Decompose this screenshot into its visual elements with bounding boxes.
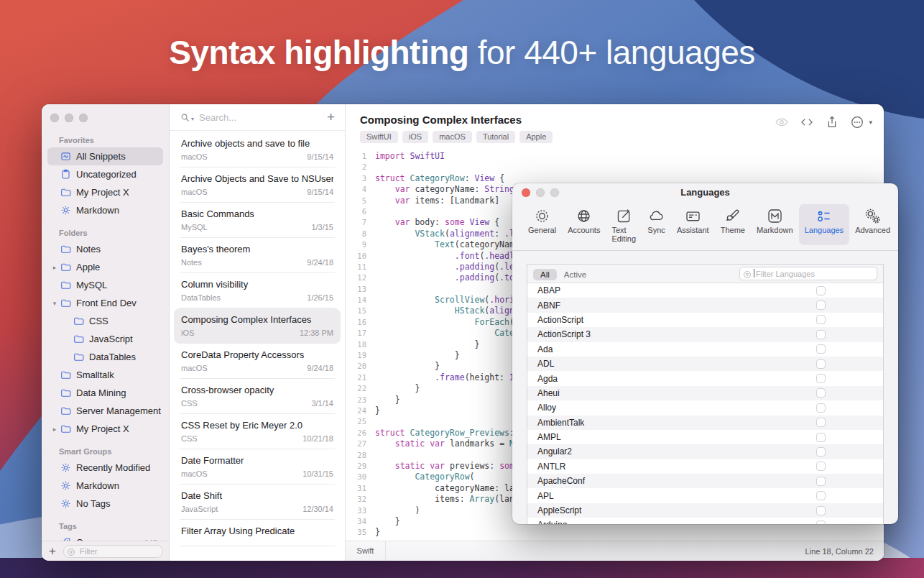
language-checkbox[interactable]	[816, 315, 826, 324]
sidebar-item-smalltalk[interactable]: Smalltalk	[47, 366, 163, 384]
snippet-item-cross-browser-opacity[interactable]: Cross-browser opacityCSS3/1/14	[170, 379, 345, 414]
code-view-icon[interactable]	[800, 115, 814, 129]
language-row-apl[interactable]: APL	[527, 488, 883, 503]
preview-eye-icon[interactable]	[775, 115, 789, 129]
language-checkbox[interactable]	[816, 418, 826, 427]
tag-pill-apple[interactable]: Apple	[519, 131, 553, 143]
language-row-applescript[interactable]: AppleScript	[527, 503, 883, 518]
language-row-antlr[interactable]: ANTLR	[527, 459, 883, 474]
preferences-tab-assistant[interactable]: Assistant	[671, 204, 715, 245]
sidebar-item-front-end-dev[interactable]: ▾Front End Dev	[47, 294, 163, 312]
preferences-tab-text-editing[interactable]: Text Editing	[606, 204, 642, 245]
preferences-tab-general[interactable]: General	[522, 204, 562, 245]
snippet-item-column-visibility[interactable]: Column visibilityDataTables1/26/15	[170, 273, 345, 308]
language-checkbox[interactable]	[816, 506, 826, 515]
sidebar-item-javascript[interactable]: JavaScript	[47, 330, 163, 348]
sidebar-item-markdown[interactable]: Markdown	[47, 477, 163, 495]
language-checkbox[interactable]	[816, 433, 826, 442]
sidebar-item-my-project-x[interactable]: ▸My Project X	[47, 420, 163, 438]
minimize-button[interactable]	[65, 114, 73, 122]
language-checkbox[interactable]	[816, 286, 826, 295]
disclosure-right-icon[interactable]: ▸	[50, 426, 59, 433]
language-row-abap[interactable]: ABAP	[527, 283, 883, 298]
disclosure-right-icon[interactable]: ▸	[50, 264, 59, 271]
sidebar-item-markdown[interactable]: Markdown	[47, 201, 163, 219]
search-input[interactable]	[199, 112, 327, 123]
language-checkbox[interactable]	[816, 462, 826, 471]
language-checkbox[interactable]	[816, 520, 826, 524]
language-row-angular2[interactable]: Angular2	[527, 444, 883, 459]
snippet-item-date-formatter[interactable]: Date FormattermacOS10/31/15	[170, 449, 345, 485]
sidebar-filter-input[interactable]	[63, 545, 163, 558]
language-row-apacheconf[interactable]: ApacheConf	[527, 474, 883, 488]
sidebar-item-data-mining[interactable]: Data Mining	[47, 384, 163, 402]
language-checkbox[interactable]	[816, 403, 826, 413]
preferences-tab-markdown[interactable]: Markdown	[751, 204, 799, 245]
sidebar-item-recently-modified[interactable]: Recently Modified	[47, 459, 163, 477]
language-row-ampl[interactable]: AMPL	[527, 430, 883, 444]
search-icon[interactable]	[180, 112, 190, 123]
snippet-item-basic-commands[interactable]: Basic CommandsMySQL1/3/15	[170, 203, 345, 238]
language-row-actionscript-3[interactable]: ActionScript 3	[527, 327, 883, 341]
language-row-abnf[interactable]: ABNF	[527, 298, 883, 312]
preferences-tab-languages[interactable]: Languages	[799, 204, 849, 245]
more-options-chevron-icon[interactable]: ▾	[869, 119, 872, 126]
sidebar-item-mysql[interactable]: MySQL	[47, 276, 163, 294]
snippet-item-date-shift[interactable]: Date ShiftJavaScript12/30/14	[170, 485, 345, 520]
tag-pill-tutorial[interactable]: Tutorial	[476, 131, 515, 143]
language-row-alloy[interactable]: Alloy	[527, 400, 883, 415]
tag-pill-swiftui[interactable]: SwiftUI	[360, 131, 398, 143]
language-checkbox[interactable]	[816, 447, 826, 457]
language-checkbox[interactable]	[816, 359, 826, 369]
language-row-ambienttalk[interactable]: AmbientTalk	[527, 416, 883, 430]
zoom-button[interactable]	[79, 114, 88, 122]
segment-all[interactable]: All	[533, 269, 557, 280]
snippet-item-filter-array-using-predicate[interactable]: Filter Array Using Predicate	[170, 520, 345, 546]
snippet-item-archive-objects-and-save-to-file[interactable]: Archive objects and save to filemacOS9/1…	[170, 132, 345, 168]
sidebar-item-apple[interactable]: ▸Apple	[47, 258, 163, 276]
language-row-ada[interactable]: Ada	[527, 342, 883, 357]
language-checkbox[interactable]	[816, 301, 826, 310]
preferences-tab-theme[interactable]: Theme	[715, 204, 751, 245]
language-row-aheui[interactable]: Aheui	[527, 386, 883, 400]
preferences-tab-sync[interactable]: Sync	[642, 204, 671, 245]
minimize-button[interactable]	[536, 188, 545, 197]
language-checkbox[interactable]	[816, 491, 826, 500]
language-checkbox[interactable]	[816, 477, 826, 486]
language-row-arduino[interactable]: Arduino	[527, 518, 883, 524]
tag-pill-ios[interactable]: iOS	[402, 131, 428, 143]
language-checkbox[interactable]	[816, 344, 826, 354]
snippet-item-composing-complex-interfaces[interactable]: Composing Complex InterfacesiOS12:38 PM	[174, 308, 341, 344]
zoom-button[interactable]	[550, 188, 559, 197]
language-checkbox[interactable]	[816, 330, 826, 339]
sidebar-item-all-snippets[interactable]: All Snippets	[47, 147, 163, 165]
preferences-tab-advanced[interactable]: Advanced	[849, 204, 896, 245]
sidebar-item-server-management[interactable]: Server Management	[47, 402, 163, 420]
language-checkbox[interactable]	[816, 374, 826, 383]
segment-active[interactable]: Active	[557, 269, 593, 280]
language-checkbox[interactable]	[816, 388, 826, 398]
sidebar-item-datatables[interactable]: DataTables	[47, 348, 163, 366]
sidebar-item-notes[interactable]: Notes	[47, 240, 163, 258]
language-selector[interactable]: Swift	[346, 541, 386, 561]
share-icon[interactable]	[825, 115, 839, 129]
close-button[interactable]	[522, 188, 530, 197]
snippet-item-archive-objects-and-save-to-nsuser[interactable]: Archive Objects and Save to NSUser...mac…	[170, 168, 345, 203]
search-scope-chevron-icon[interactable]: ▾	[191, 116, 194, 122]
disclosure-down-icon[interactable]: ▾	[50, 300, 59, 307]
languages-filter-input[interactable]	[739, 267, 877, 280]
new-snippet-button[interactable]: +	[327, 109, 335, 125]
snippet-item-coredata-property-accessors[interactable]: CoreData Property AccessorsmacOS9/24/18	[170, 344, 345, 379]
snippet-item-bayes-s-theorem[interactable]: Bayes's theoremNotes9/24/18	[170, 238, 345, 273]
sidebar-item-no-tags[interactable]: No Tags	[47, 495, 163, 513]
close-button[interactable]	[50, 114, 59, 122]
sidebar-item-uncategorized[interactable]: Uncategorized	[47, 165, 163, 183]
more-options-icon[interactable]	[850, 115, 864, 129]
language-row-actionscript[interactable]: ActionScript	[527, 313, 883, 327]
preferences-tab-accounts[interactable]: Accounts	[562, 204, 606, 245]
language-row-agda[interactable]: Agda	[527, 371, 883, 385]
language-row-adl[interactable]: ADL	[527, 357, 883, 371]
sidebar-item-my-project-x[interactable]: My Project X	[47, 183, 163, 201]
sidebar-item-css[interactable]: CSS	[47, 312, 163, 330]
add-button[interactable]: +	[46, 545, 59, 557]
